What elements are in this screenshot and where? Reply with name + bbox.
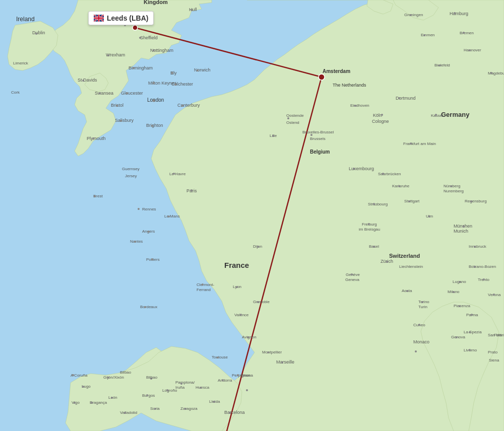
svg-point-141 [281, 362, 283, 364]
svg-text:Marseille: Marseille [276, 360, 294, 365]
svg-text:Geneva: Geneva [345, 277, 360, 282]
svg-text:Prato: Prato [488, 350, 498, 354]
svg-point-72 [423, 34, 425, 36]
map-container: Ireland Dublin Limerick Cork Kingdom Hul… [0, 0, 504, 431]
svg-point-215 [124, 412, 126, 414]
svg-text:The Netherlands: The Netherlands [333, 83, 366, 88]
svg-text:Innsbruck: Innsbruck [469, 244, 487, 249]
svg-text:Brussels: Brussels [310, 136, 326, 141]
svg-point-40 [197, 69, 199, 71]
svg-point-101 [463, 226, 465, 228]
svg-point-36 [171, 72, 173, 74]
svg-text:Monaco: Monaco [413, 339, 429, 344]
svg-point-78 [438, 64, 440, 66]
svg-text:La Spezia: La Spezia [464, 330, 482, 334]
svg-point-18 [107, 54, 109, 56]
svg-point-174 [459, 305, 461, 307]
svg-text:Liechtenstein: Liechtenstein [399, 264, 423, 269]
svg-text:Bielefeld: Bielefeld [434, 63, 450, 67]
svg-point-20 [153, 49, 155, 51]
svg-point-129 [236, 286, 238, 288]
svg-point-159 [351, 273, 353, 275]
svg-text:Ireland: Ireland [16, 16, 35, 23]
svg-point-62 [272, 135, 274, 137]
svg-text:Swansea: Swansea [95, 91, 113, 96]
svg-text:Vigo: Vigo [72, 400, 80, 405]
svg-point-170 [418, 324, 420, 326]
svg-point-180 [469, 349, 471, 351]
svg-text:Groningen: Groningen [404, 13, 423, 17]
svg-point-202 [91, 402, 93, 404]
svg-point-110 [191, 189, 193, 191]
svg-point-66 [454, 12, 456, 14]
svg-text:Ferrand: Ferrand [197, 288, 211, 292]
svg-point-161 [415, 350, 417, 352]
svg-point-182 [456, 336, 458, 338]
svg-text:Barcelona: Barcelona [224, 410, 245, 415]
svg-point-218 [180, 383, 182, 385]
svg-point-48 [92, 137, 94, 139]
svg-text:Pamplona/: Pamplona/ [175, 380, 195, 385]
svg-point-22 [133, 67, 135, 69]
svg-text:Torino: Torino [418, 300, 429, 304]
svg-point-120 [151, 258, 153, 260]
svg-point-133 [240, 314, 242, 316]
svg-point-85 [410, 142, 412, 145]
svg-point-34 [120, 120, 122, 122]
svg-text:Frankfurt am Main: Frankfurt am Main [403, 141, 436, 146]
svg-text:Hull: Hull [189, 7, 197, 12]
svg-point-68 [463, 32, 465, 34]
svg-point-188 [483, 278, 485, 280]
svg-point-124 [94, 195, 96, 197]
svg-point-54 [354, 105, 356, 107]
svg-point-200 [74, 402, 76, 404]
svg-point-228 [222, 379, 224, 381]
svg-text:Strasbourg: Strasbourg [368, 202, 388, 206]
svg-point-4 [133, 25, 138, 30]
svg-point-60 [310, 134, 312, 136]
svg-point-145 [237, 374, 239, 376]
svg-text:Stuttgart: Stuttgart [404, 199, 420, 203]
svg-point-28 [126, 92, 128, 94]
svg-point-24 [153, 82, 155, 84]
svg-point-143 [217, 356, 219, 358]
svg-text:Kassel: Kassel [431, 113, 443, 118]
svg-text:Dublin: Dublin [32, 30, 45, 35]
svg-point-38 [174, 84, 176, 86]
svg-text:Cork: Cork [11, 90, 20, 95]
svg-text:Bilbao: Bilbao [120, 370, 132, 375]
svg-text:im Breisgau: im Breisgau [359, 227, 380, 232]
svg-point-164 [421, 301, 423, 303]
svg-text:Avignon: Avignon [242, 335, 257, 339]
svg-point-148 [373, 203, 375, 205]
svg-text:France: France [224, 261, 249, 269]
svg-text:Brighton: Brighton [146, 123, 163, 128]
svg-text:Cologne: Cologne [372, 119, 389, 124]
svg-text:Sheffield: Sheffield [140, 35, 158, 40]
svg-point-137 [247, 336, 249, 338]
svg-text:Grenoble: Grenoble [253, 300, 270, 304]
svg-point-7 [35, 33, 37, 35]
svg-point-186 [474, 266, 476, 268]
svg-text:Bordeaux: Bordeaux [140, 305, 157, 309]
svg-text:Turin: Turin [418, 305, 427, 309]
svg-point-168 [406, 290, 408, 292]
svg-text:Amsterdam: Amsterdam [323, 68, 350, 74]
svg-point-83 [381, 114, 383, 116]
svg-point-12 [191, 9, 193, 11]
svg-text:Kingdom: Kingdom [144, 0, 168, 5]
svg-text:Nantes: Nantes [130, 239, 143, 244]
svg-text:Munich: Munich [454, 229, 468, 234]
svg-point-190 [493, 294, 495, 296]
svg-point-232 [229, 412, 231, 414]
svg-point-178 [469, 331, 471, 333]
svg-text:Norwich: Norwich [194, 67, 211, 73]
svg-text:Bolzano-Bozen: Bolzano-Bozen [469, 264, 496, 269]
svg-point-57 [287, 117, 289, 119]
svg-point-206 [111, 397, 113, 399]
svg-text:Canterbury: Canterbury [177, 103, 200, 108]
svg-point-16 [139, 37, 141, 39]
svg-text:Karlsruhe: Karlsruhe [392, 184, 410, 188]
svg-text:Switzerland: Switzerland [389, 253, 420, 259]
svg-text:Saarbrücken: Saarbrücken [378, 172, 401, 176]
